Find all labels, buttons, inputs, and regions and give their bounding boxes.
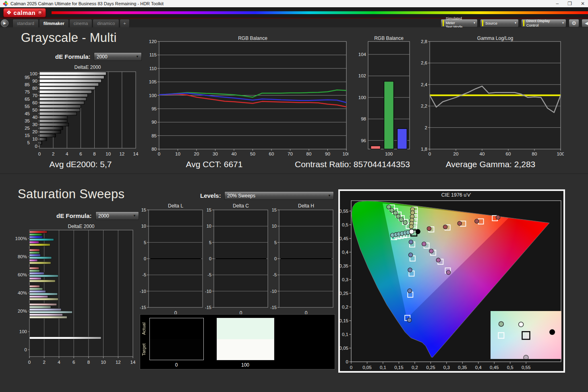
workspace: Grayscale - Multi dE Formula: 2000 ▼ Del… — [0, 27, 588, 392]
tab-dinamico[interactable]: dinamico — [93, 19, 119, 27]
svg-text:-5: -5 — [273, 272, 277, 277]
svg-text:8: 8 — [87, 360, 90, 365]
grayscale-bar-10 — [39, 138, 47, 141]
sat-bar-80%-3 — [29, 257, 52, 259]
rgb-bar-Green — [384, 81, 394, 149]
tab-filmmaker[interactable]: filmmaker — [39, 19, 69, 27]
grayscale-bar-70 — [39, 94, 88, 97]
swatch-100-target — [217, 339, 274, 360]
simulated-meter-dropdown[interactable]: Simulated Meter Test Mode ▼ — [441, 19, 478, 27]
sat-de-formula-select[interactable]: 2000 ▼ — [95, 212, 139, 220]
cie-1976-panel: CIE 1976 u'v'000,050,050,10,10,150,150,2… — [338, 189, 565, 373]
svg-text:DeltaE 2000: DeltaE 2000 — [74, 64, 101, 70]
grayscale-bar-5 — [39, 141, 42, 145]
svg-text:80: 80 — [532, 151, 537, 156]
target-row-label: Target — [141, 340, 147, 360]
svg-text:0,55: 0,55 — [340, 209, 348, 214]
svg-text:20: 20 — [32, 129, 37, 134]
chevron-down-icon: ▼ — [562, 22, 564, 24]
tab-cinema[interactable]: cinema — [69, 19, 92, 27]
svg-text:100: 100 — [358, 95, 366, 100]
svg-text:2,4: 2,4 — [421, 82, 428, 87]
sat-bar-60%-0 — [29, 267, 39, 270]
stat-avg-de: Avg dE2000: 5,7 — [50, 160, 112, 169]
sat-bar-80%-4 — [29, 259, 37, 261]
svg-text:100: 100 — [149, 93, 157, 98]
sat-bar-100%-0 — [29, 231, 47, 233]
svg-text:20: 20 — [194, 151, 199, 156]
minimize-icon[interactable]: – — [556, 1, 559, 6]
svg-text:40: 40 — [32, 115, 37, 120]
svg-text:40: 40 — [480, 151, 485, 156]
cie-measured-point — [390, 208, 394, 212]
swatch-0 — [149, 318, 204, 360]
settings-button[interactable]: ⚙ — [569, 19, 579, 27]
sat-bar-80%-0 — [29, 249, 40, 251]
svg-text:104: 104 — [358, 52, 366, 57]
svg-text:0: 0 — [346, 359, 348, 364]
restore-icon[interactable]: ❐ — [567, 1, 572, 6]
svg-text:2,8: 2,8 — [421, 39, 427, 44]
svg-text:70: 70 — [288, 151, 293, 156]
direct-display-dropdown[interactable]: Direct Display Control ▼ — [521, 19, 566, 27]
svg-text:0: 0 — [209, 256, 211, 261]
svg-text:70: 70 — [32, 93, 37, 98]
svg-text:0,25: 0,25 — [340, 291, 348, 296]
actual-target-panel: Actual Target 0 100 — [140, 314, 335, 369]
sat-bar-40%-3 — [29, 293, 58, 295]
svg-text:60: 60 — [506, 151, 511, 156]
collapse-panel-button[interactable]: ◀ — [582, 19, 588, 27]
svg-text:0: 0 — [25, 347, 27, 352]
source-label: Source — [485, 21, 497, 25]
svg-text:0: 0 — [28, 360, 31, 365]
rgb-balance-line-chart: RGB Balance80859095100105110115120010203… — [149, 35, 348, 158]
delta-h-chart: Delta H151050-5-10-150 — [269, 203, 336, 317]
grayscale-bar-75 — [39, 90, 92, 93]
tab-bar: ▶ standard filmmaker cinema dinamico + S… — [0, 18, 588, 27]
tab-standard[interactable]: standard — [12, 19, 39, 27]
svg-text:4: 4 — [66, 151, 68, 156]
svg-text:25: 25 — [25, 126, 30, 131]
gear-icon: ⚙ — [571, 20, 576, 26]
close-icon[interactable]: ✕ — [581, 1, 585, 6]
svg-text:CIE 1976 u'v': CIE 1976 u'v' — [441, 192, 471, 198]
svg-text:15: 15 — [25, 133, 30, 138]
levels-value: 20% Sweeps — [227, 193, 255, 199]
cie-measured-point — [403, 220, 407, 224]
svg-text:120: 120 — [149, 39, 157, 44]
svg-text:4: 4 — [58, 360, 60, 365]
grayscale-bar-80 — [39, 87, 95, 90]
cie-measured-point — [408, 289, 412, 293]
de-formula-select[interactable]: 2000 ▼ — [94, 52, 142, 61]
source-dropdown[interactable]: Source ▼ — [480, 19, 519, 27]
levels-select[interactable]: 20% Sweeps ▼ — [224, 191, 334, 200]
section-divider — [0, 173, 588, 174]
sidebar-toggle-button[interactable]: ▶ — [1, 19, 8, 27]
svg-text:6: 6 — [72, 360, 75, 365]
svg-text:60: 60 — [269, 151, 274, 156]
saturation-section-title: Saturation Sweeps — [18, 187, 124, 201]
sat-bar-100%-1 — [29, 233, 42, 236]
svg-text:12: 12 — [116, 360, 121, 365]
svg-text:15: 15 — [141, 207, 146, 212]
calman-menu-button[interactable]: ❖ calman ▼ — [3, 8, 46, 17]
svg-text:12: 12 — [119, 151, 124, 156]
rgb-bar-Red — [371, 146, 381, 149]
cie-measured-point — [458, 221, 462, 225]
levels-label: Levels: — [200, 192, 221, 199]
grayscale-bar-20 — [39, 130, 61, 133]
svg-text:75: 75 — [25, 89, 30, 94]
svg-text:30: 30 — [213, 151, 218, 156]
sat-bar-80%-2 — [29, 254, 41, 257]
svg-text:Delta C: Delta C — [233, 203, 249, 209]
add-tab-button[interactable]: + — [120, 19, 129, 27]
svg-text:2,2: 2,2 — [421, 104, 427, 108]
window-titlebar: Calman 2025 Calman Ultimate for Business… — [0, 0, 588, 7]
svg-text:0,15: 0,15 — [340, 318, 348, 323]
svg-text:40%: 40% — [18, 290, 27, 295]
svg-text:100: 100 — [557, 151, 564, 156]
svg-text:0,15: 0,15 — [394, 365, 403, 370]
svg-text:0,4: 0,4 — [475, 365, 482, 370]
svg-text:95: 95 — [151, 106, 157, 111]
sat-bar-60%-2 — [29, 272, 44, 275]
